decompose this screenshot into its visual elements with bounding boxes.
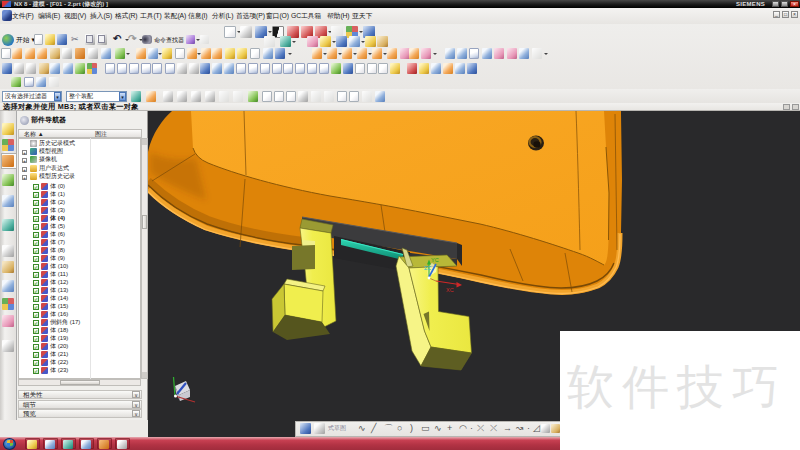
- svg-text:YC: YC: [431, 257, 439, 263]
- svg-text:XC: XC: [446, 287, 454, 293]
- svg-text:ZC: ZC: [424, 265, 431, 271]
